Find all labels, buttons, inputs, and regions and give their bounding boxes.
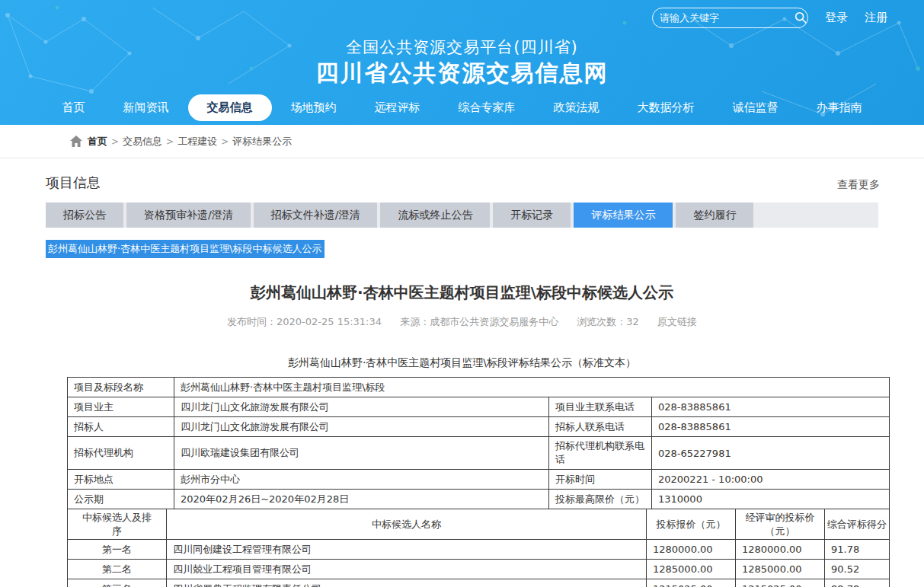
nav-item-big-data[interactable]: 大数据分析: [619, 94, 714, 121]
candidate-row: 第一名 四川同创建设工程管理有限公司 1280000.00 1280000.00…: [68, 540, 890, 560]
label-cell: 开标时间: [549, 470, 652, 490]
candidate-rank: 第三名: [68, 579, 167, 587]
label-cell: 招标代理机构联系电话: [549, 437, 652, 470]
nav-item-expert-pool[interactable]: 综合专家库: [440, 94, 535, 121]
nav-item-policies[interactable]: 政策法规: [535, 94, 619, 121]
value-cell: 四川欧瑞建设集团有限公司: [174, 437, 549, 470]
candidate-score: 88.78: [825, 579, 890, 587]
tab-evaluation-result[interactable]: 评标结果公示: [574, 203, 673, 228]
tab-bid-announcement[interactable]: 招标公告: [46, 203, 123, 228]
breadcrumb-construction[interactable]: 工程建设: [177, 135, 217, 148]
tab-contract-performance[interactable]: 签约履行: [676, 203, 753, 228]
header-name: 中标候选人名称: [167, 509, 647, 540]
breadcrumb-separator: >: [111, 136, 119, 147]
header-rank: 中标候选人及排序: [68, 509, 167, 540]
candidate-name: 四川兢业工程项目管理有限公司: [167, 560, 647, 579]
breadcrumb: 首页 > 交易信息 > 工程建设 > 评标结果公示: [0, 125, 924, 158]
publish-time: 发布时间：2020-02-25 15:31:34: [227, 316, 382, 327]
site-title: 四川省公共资源交易信息网: [0, 58, 924, 89]
source: 来源：成都市公共资源交易服务中心: [400, 316, 558, 327]
breadcrumb-home[interactable]: 首页: [88, 135, 107, 148]
table-row: 项目及标段名称 彭州葛仙山林野·杏林中医主题村项目监理\标段: [68, 378, 890, 397]
tab-failed-or-terminated[interactable]: 流标或终止公告: [380, 203, 490, 228]
nav-item-venue-booking[interactable]: 场地预约: [272, 94, 356, 121]
register-link[interactable]: 注册: [865, 11, 887, 25]
label-cell: 项目业主: [68, 397, 174, 417]
view-more-link[interactable]: 查看更多: [837, 178, 880, 192]
site-header: 登录 注册 全国公共资源交易平台(四川省) 四川省公共资源交易信息网 首页 新闻…: [0, 0, 924, 125]
selected-result-link[interactable]: 彭州葛仙山林野·杏林中医主题村项目监理\标段中标候选人公示: [46, 240, 325, 258]
article-title: 彭州葛仙山林野·杏林中医主题村项目监理\标段中标候选人公示: [0, 282, 924, 303]
search-box[interactable]: [652, 8, 808, 28]
original-link[interactable]: 原文链接: [657, 316, 697, 327]
value-cell: 20200221 - 10:00:00: [652, 470, 890, 490]
project-info-table: 项目及标段名称 彭州葛仙山林野·杏林中医主题村项目监理\标段 项目业主 四川龙门…: [67, 377, 890, 509]
label-cell: 投标最高限价（元）: [549, 490, 652, 509]
article-meta: 发布时间：2020-02-25 15:31:34 来源：成都市公共资源交易服务中…: [0, 315, 924, 329]
label-cell: 招标代理机构: [68, 437, 174, 470]
nav-item-guide[interactable]: 办事指南: [798, 94, 881, 121]
breadcrumb-trade-info[interactable]: 交易信息: [123, 135, 162, 148]
candidates-header-row: 中标候选人及排序 中标候选人名称 投标报价（元） 经评审的投标价（元） 综合评标…: [68, 509, 890, 540]
view-count: 浏览次数：32: [577, 316, 639, 327]
section-head: 项目信息 查看更多: [0, 158, 924, 201]
candidate-bid: 1285000.00: [647, 560, 736, 579]
candidate-name: 四川省蜀典工程监理有限责任公司: [167, 579, 647, 587]
tab-bid-document-addendum[interactable]: 招标文件补遗/澄清: [254, 203, 378, 228]
candidate-row: 第二名 四川兢业工程项目管理有限公司 1285000.00 1285000.00…: [68, 560, 890, 579]
value-cell: 彭州市分中心: [174, 470, 549, 490]
home-icon[interactable]: [70, 136, 82, 147]
project-tabs: 招标公告 资格预审补遗/澄清 招标文件补遗/澄清 流标或终止公告 开标记录 评标…: [46, 203, 878, 228]
candidate-score: 90.52: [825, 560, 890, 579]
candidate-bid: 1215025.00: [647, 579, 736, 587]
candidate-reviewed-bid: 1285000.00: [736, 560, 825, 579]
nav-item-trade-info[interactable]: 交易信息: [188, 94, 272, 121]
breadcrumb-separator: >: [221, 136, 229, 147]
section-title: 项目信息: [46, 174, 101, 192]
candidate-bid: 1280000.00: [647, 540, 736, 560]
search-icon[interactable]: [794, 11, 807, 24]
value-cell: 028-65227981: [652, 437, 890, 470]
value-cell: 2020年02月26日~2020年02月28日: [174, 490, 549, 509]
candidate-reviewed-bid: 1280000.00: [736, 540, 825, 560]
label-cell: 招标人联系电话: [549, 417, 652, 437]
candidates-table: 中标候选人及排序 中标候选人名称 投标报价（元） 经评审的投标价（元） 综合评标…: [67, 509, 890, 587]
header-bid-price: 投标报价（元）: [647, 509, 736, 540]
table-row: 招标人 四川龙门山文化旅游发展有限公司 招标人联系电话 028-83885861: [68, 417, 890, 437]
table-row: 开标地点 彭州市分中心 开标时间 20200221 - 10:00:00: [68, 470, 890, 490]
search-input[interactable]: [660, 12, 794, 24]
table-row: 项目业主 四川龙门山文化旅游发展有限公司 项目业主联系电话 028-838858…: [68, 397, 890, 417]
candidate-score: 91.78: [825, 540, 890, 560]
candidate-rank: 第二名: [68, 560, 167, 579]
candidate-row: 第三名 四川省蜀典工程监理有限责任公司 1215025.00 1215025.0…: [68, 579, 890, 587]
nav-item-remote-evaluation[interactable]: 远程评标: [356, 94, 440, 121]
value-cell: 028-83885861: [652, 417, 890, 437]
value-cell: 四川龙门山文化旅游发展有限公司: [174, 417, 549, 437]
value-cell: 028-83885861: [652, 397, 890, 417]
result-table-title: 彭州葛仙山林野·杏林中医主题村项目监理\标段评标结果公示（标准文本）: [0, 356, 924, 370]
result-list: 彭州葛仙山林野·杏林中医主题村项目监理\标段中标候选人公示: [46, 240, 878, 258]
header-topbar: 登录 注册: [652, 6, 887, 29]
login-link[interactable]: 登录: [825, 11, 848, 25]
header-reviewed-price: 经评审的投标价（元）: [736, 509, 825, 540]
candidate-name: 四川同创建设工程管理有限公司: [167, 540, 647, 560]
label-cell: 公示期: [68, 490, 174, 509]
tab-bid-opening-record[interactable]: 开标记录: [493, 203, 571, 228]
main-nav: 首页 新闻资讯 交易信息 场地预约 远程评标 综合专家库 政策法规 大数据分析 …: [0, 94, 924, 121]
nav-item-integrity[interactable]: 诚信监督: [714, 94, 798, 121]
label-cell: 项目及标段名称: [68, 378, 174, 397]
breadcrumb-separator: >: [166, 136, 174, 147]
label-cell: 招标人: [68, 417, 174, 437]
value-cell: 四川龙门山文化旅游发展有限公司: [174, 397, 549, 417]
label-cell: 开标地点: [68, 470, 174, 490]
tab-prequalification-addendum[interactable]: 资格预审补遗/澄清: [126, 203, 251, 228]
breadcrumb-result-publicity[interactable]: 评标结果公示: [232, 135, 292, 148]
nav-item-news[interactable]: 新闻资讯: [104, 94, 188, 121]
value-cell: 彭州葛仙山林野·杏林中医主题村项目监理\标段: [174, 378, 890, 397]
site-subtitle: 全国公共资源交易平台(四川省): [0, 37, 924, 58]
candidate-reviewed-bid: 1215025.00: [736, 579, 825, 587]
nav-item-home[interactable]: 首页: [43, 94, 104, 121]
label-cell: 项目业主联系电话: [549, 397, 652, 417]
table-row: 公示期 2020年02月26日~2020年02月28日 投标最高限价（元） 13…: [68, 490, 890, 509]
table-row: 招标代理机构 四川欧瑞建设集团有限公司 招标代理机构联系电话 028-65227…: [68, 437, 890, 470]
